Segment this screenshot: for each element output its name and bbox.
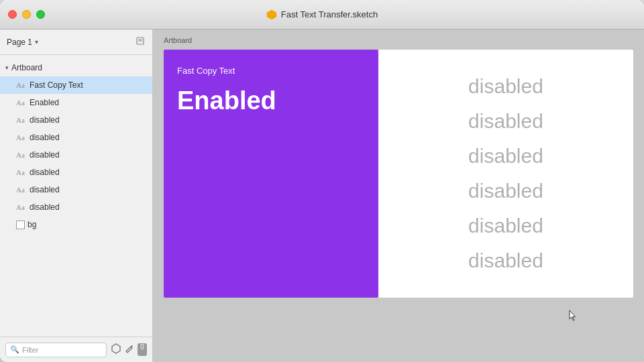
layer-label: Fast Copy Text: [30, 80, 83, 90]
svg-marker-4: [112, 344, 120, 353]
layer-label: disabled: [30, 133, 60, 142]
sidebar-header-icon[interactable]: [136, 36, 146, 48]
layer-item[interactable]: Aa disabled: [0, 146, 152, 164]
group-arrow-icon: ▾: [5, 64, 9, 71]
artboard-left-panel: Fast Copy Text Enabled: [164, 50, 378, 298]
layer-item[interactable]: Aa disabled: [0, 164, 152, 181]
symbol-icon[interactable]: [111, 343, 121, 356]
layer-label: disabled: [30, 202, 60, 212]
edit-badge: 0: [138, 343, 147, 356]
layer-label: disabled: [30, 168, 60, 177]
layer-label: bg: [28, 220, 36, 229]
text-layer-icon: Aa: [16, 133, 27, 141]
titlebar: Fast Text Transfer.sketch: [0, 0, 644, 29]
main-content: Page 1 ▾ ▾ Artboard: [0, 29, 644, 362]
text-layer-icon: Aa: [16, 151, 27, 159]
layer-label: disabled: [30, 115, 60, 125]
filter-placeholder: Filter: [22, 346, 38, 354]
artboard-main-title: Enabled: [177, 86, 365, 115]
search-icon: 🔍: [10, 345, 19, 354]
sidebar-layers: ▾ Artboard Aa Fast Copy Text Aa Enabled …: [0, 55, 152, 337]
edit-icon[interactable]: [124, 343, 135, 356]
sketch-icon: [266, 9, 277, 20]
svg-marker-0: [267, 10, 276, 19]
minimize-button[interactable]: [22, 10, 31, 19]
artboard-subtitle: Fast Copy Text: [177, 66, 365, 76]
close-button[interactable]: [8, 10, 17, 19]
layer-label: disabled: [30, 150, 60, 160]
page-label: Page 1: [7, 38, 32, 47]
artboard-group[interactable]: ▾ Artboard: [0, 59, 152, 76]
layer-item[interactable]: Aa disabled: [0, 129, 152, 146]
canvas-area[interactable]: Artboard Fast Copy Text Enabled disabled…: [153, 29, 644, 362]
layer-item[interactable]: Aa disabled: [0, 111, 152, 129]
layer-item[interactable]: Aa disabled: [0, 198, 152, 216]
title-text: Fast Text Transfer.sketch: [281, 9, 378, 19]
rect-layer-icon: [16, 221, 25, 229]
layer-item[interactable]: Aa Fast Copy Text: [0, 76, 152, 94]
footer-actions: 0: [111, 343, 147, 356]
artboard-right-panel: disabled disabled disabled disabled disa…: [378, 50, 633, 298]
filter-input[interactable]: 🔍 Filter: [5, 343, 107, 357]
text-layer-icon: Aa: [16, 99, 27, 107]
sidebar-footer: 🔍 Filter 0: [0, 337, 152, 362]
disabled-label-1: disabled: [468, 75, 543, 98]
disabled-label-2: disabled: [468, 110, 543, 133]
page-selector[interactable]: Page 1 ▾: [7, 38, 38, 47]
page-arrow-icon: ▾: [35, 38, 38, 46]
artboard-group-label: Artboard: [11, 63, 42, 72]
maximize-button[interactable]: [36, 10, 45, 19]
disabled-label-6: disabled: [468, 249, 543, 272]
disabled-label-4: disabled: [468, 180, 543, 202]
disabled-label-5: disabled: [468, 215, 543, 237]
canvas-label: Artboard: [164, 36, 192, 44]
disabled-label-3: disabled: [468, 145, 543, 168]
layer-label: Enabled: [30, 98, 59, 107]
text-layer-icon: Aa: [16, 116, 27, 124]
layer-label: disabled: [30, 185, 60, 194]
text-layer-icon: Aa: [16, 203, 27, 211]
traffic-lights: [8, 10, 45, 19]
layer-item[interactable]: Aa Enabled: [0, 94, 152, 111]
artboard-container: Fast Copy Text Enabled disabled disabled…: [164, 50, 633, 351]
text-layer-icon: Aa: [16, 81, 27, 89]
sidebar-header: Page 1 ▾: [0, 29, 152, 55]
cursor-indicator: [569, 310, 577, 322]
sidebar: Page 1 ▾ ▾ Artboard: [0, 29, 153, 362]
layer-item[interactable]: bg: [0, 216, 152, 233]
text-layer-icon: Aa: [16, 186, 27, 194]
window-title: Fast Text Transfer.sketch: [266, 9, 378, 20]
layer-item[interactable]: Aa disabled: [0, 181, 152, 198]
app-window: Fast Text Transfer.sketch Page 1 ▾: [0, 0, 644, 362]
text-layer-icon: Aa: [16, 168, 27, 176]
